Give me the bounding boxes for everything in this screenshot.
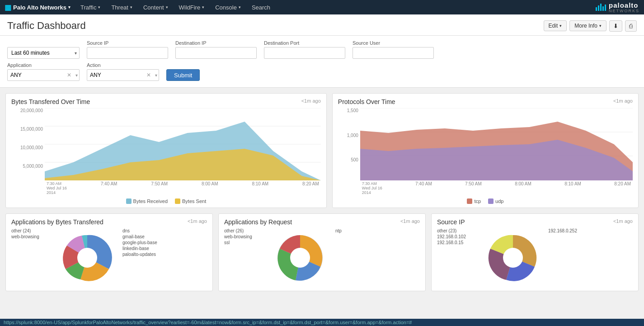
download-button[interactable]: ⬇ [609,20,622,32]
protocols-over-time-card: Protocols Over Time <1m ago 1,500 1,000 … [332,93,639,208]
apps-request-timestamp: <1m ago [400,218,420,224]
apps-bytes-labels-left: other (24) web-browsing [11,228,52,239]
dash-row-1: Bytes Transfered Over Time <1m ago 20,00… [5,93,639,208]
protocols-chart-container: 1,500 1,000 500 [338,108,633,195]
dest-port-group: Destination Port [264,40,345,59]
udp-legend: udp [488,198,503,204]
application-group: Application ANY ✕ ▾ [7,62,80,81]
bar3 [600,4,602,11]
submit-group: Submit [166,69,200,81]
dest-port-label: Destination Port [264,40,345,46]
apps-request-label-2: ssl [224,240,265,245]
edit-label: Edit [549,23,558,29]
threat-label: Threat [111,4,128,11]
navbar-item-search[interactable]: Search [246,0,276,14]
bytes-chart-timestamp: <1m ago [301,98,321,104]
tcp-label: tcp [474,198,481,204]
print-button[interactable]: ⎙ [625,20,637,32]
dest-port-input[interactable] [264,47,345,59]
apps-bytes-content: other (24) web-browsing [11,228,207,287]
download-icon: ⬇ [613,23,618,29]
apps-request-rlabel-0: ntp [335,228,342,233]
source-ip-pie-svg [481,228,545,287]
source-ip-card: Source IP <1m ago other (23) 192.168.0.1… [431,213,639,291]
apps-request-title: Applications by Request [224,218,292,226]
search-label: Search [252,4,270,11]
logo-text-wrap: paloalto NETWORKS [609,1,639,13]
page-header-actions: Edit ▾ More Info ▾ ⬇ ⎙ [544,20,637,32]
action-clear-icon[interactable]: ✕ [146,72,151,78]
filter-row-1: Last 60 minutes ▾ Source IP Destination … [7,40,637,59]
apps-request-header: Applications by Request <1m ago [224,218,420,226]
protocols-legend: tcp udp [338,198,633,204]
logo-sub: NETWORKS [609,9,639,13]
apps-request-pie-svg [268,228,332,287]
navbar-item-content[interactable]: Content ▾ [138,0,174,14]
apps-request-label-1: web-browsing [224,234,265,239]
bytes-over-time-card: Bytes Transfered Over Time <1m ago 20,00… [5,93,327,208]
traffic-chevron: ▾ [98,5,100,9]
brand-icon: ▦ [5,3,11,12]
navbar-item-traffic[interactable]: Traffic ▾ [75,0,106,14]
source-ip-label-0: other (23) [437,228,478,233]
time-select-wrap: Last 60 minutes ▾ [7,47,80,59]
application-arrow-icon: ▾ [75,73,78,78]
time-select[interactable]: Last 60 minutes [7,47,80,59]
bar2 [598,5,599,11]
protocols-chart-main: 7:30 AMWed Jul 162014 7:40 AM 7:50 AM 8:… [360,108,633,195]
apps-request-label-0: other (26) [224,228,265,233]
source-ip-content: other (23) 192.168.0.102 192.168.0.15 19… [437,228,633,287]
bytes-chart-header: Bytes Transfered Over Time <1m ago [11,98,321,105]
dashboard: Bytes Transfered Over Time <1m ago 20,00… [0,88,644,297]
logo-bars [596,4,606,11]
dest-ip-label: Destination IP [175,40,257,46]
source-user-label: Source User [353,40,434,46]
dash-row-2: Applications by Bytes Transfered <1m ago… [5,213,639,291]
console-chevron: ▾ [239,5,241,9]
wildfire-chevron: ▾ [202,5,204,9]
page-title: Traffic Dashboard [7,20,86,32]
svg-point-16 [290,248,310,268]
content-label: Content [143,4,164,11]
more-info-button[interactable]: More Info ▾ [569,20,606,31]
navbar: ▦ Palo Alto Networks ▾ Traffic ▾ Threat … [0,0,644,14]
source-ip-title: Source IP [437,218,465,226]
protocols-x-axis: 7:30 AMWed Jul 162014 7:40 AM 7:50 AM 8:… [360,181,633,195]
dest-ip-input[interactable] [175,47,257,59]
brand-label: Palo Alto Networks [13,4,66,11]
navbar-brand[interactable]: ▦ Palo Alto Networks ▾ [5,3,71,12]
apps-bytes-rlabel-4: paloalto-updates [122,252,157,257]
source-ip-timestamp: <1m ago [613,218,633,224]
dest-ip-group: Destination IP [175,40,257,59]
submit-button[interactable]: Submit [166,69,200,81]
udp-color [488,198,494,204]
action-arrow-icon: ▾ [155,73,157,78]
apps-bytes-labels-right: dns gmail-base google-plus-base linkedin… [122,228,157,257]
time-select-arrow: ▾ [75,51,77,56]
protocols-chart-title: Protocols Over Time [338,98,395,105]
print-icon: ⎙ [629,23,633,29]
apps-bytes-rlabel-0: dns [122,228,157,233]
action-select-wrap: ANY ✕ ▾ [87,69,159,81]
apps-bytes-label-1: web-browsing [11,234,52,239]
apps-bytes-card: Applications by Bytes Transfered <1m ago… [5,213,213,291]
navbar-item-wildfire[interactable]: WildFire ▾ [174,0,210,14]
apps-bytes-pie-svg [56,228,119,287]
navbar-item-console[interactable]: Console ▾ [210,0,246,14]
bytes-received-color [126,198,132,204]
bytes-chart-container: 20,000,000 15,000,000 10,000,000 5,000,0… [11,108,321,195]
edit-button[interactable]: Edit ▾ [544,20,567,31]
bytes-legend: Bytes Received Bytes Sent [11,198,321,204]
apps-bytes-title: Applications by Bytes Transfered [11,218,103,226]
application-clear-icon[interactable]: ✕ [67,72,71,78]
paloalto-logo: paloalto NETWORKS [596,1,639,13]
source-user-input[interactable] [353,47,434,59]
more-info-chevron: ▾ [599,24,602,28]
navbar-item-threat[interactable]: Threat ▾ [106,0,138,14]
time-filter-group: Last 60 minutes ▾ [7,47,80,59]
tcp-legend: tcp [467,198,481,204]
bytes-x-axis: 7:30 AMWed Jul 162014 7:40 AM 7:50 AM 8:… [45,181,321,195]
action-label: Action [87,62,159,68]
source-ip-input[interactable] [87,47,168,59]
bar4 [602,6,604,11]
